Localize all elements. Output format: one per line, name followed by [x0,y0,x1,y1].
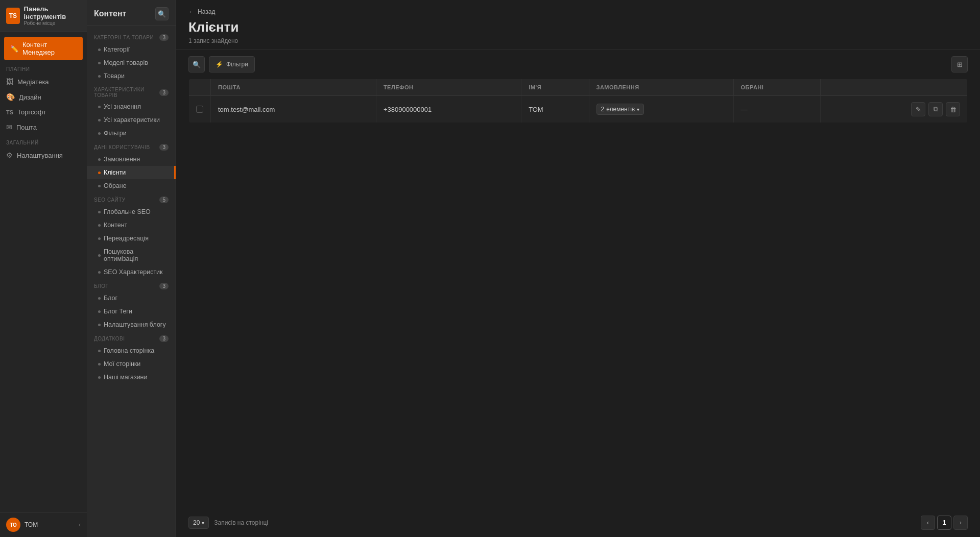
sidebar-footer: TO ТОМ ‹ [0,512,87,537]
sidebar-label-torgsof: Торгсофт [17,108,46,116]
col-orders: ЗАМОВЛЕННЯ [589,79,733,96]
sidebar-nav: ✏️ Контент Менеджер ПЛАГІНИ 🖼 Медіатека … [0,32,87,512]
tree-item-blog[interactable]: Блог [87,291,176,305]
table-container: ПОШТА ТЕЛЕФОН ІМ'Я ЗАМОВЛЕННЯ ОБРАНІ tom… [176,79,980,508]
dot-icon [98,119,101,121]
dot-icon [98,185,101,187]
tree-item-homepage[interactable]: Головна сторінка [87,344,176,357]
tree-item-clients[interactable]: Клієнти [87,166,176,179]
search-icon: 🔍 [158,10,166,18]
page-title: Клієнти [188,19,968,35]
tree-label-seo-chars: SEO Характеристик [104,268,163,276]
tree-item-categories[interactable]: Категорії [87,43,176,56]
tree-section-label-categories: КАТЕГОРІЇ ТА ТОВАРИ [94,35,154,40]
tree-item-product-models[interactable]: Моделі товарів [87,56,176,69]
tree-section-user-data: ДАНІ КОРИСТУВАЧІВ 3 [87,140,176,153]
sidebar-label-settings: Налаштування [17,152,63,159]
tree-item-blog-settings[interactable]: Налаштування блогу [87,318,176,331]
collapse-sidebar-button[interactable]: ‹ [79,521,81,528]
tree-label-clients: Клієнти [104,169,126,176]
tree-item-all-values[interactable]: Усі значення [87,100,176,113]
pencil-icon: ✎ [916,106,921,113]
toolbar-settings-button[interactable]: ⊞ [951,56,968,72]
orders-label: елементів [606,106,635,113]
tree-section-label-blog: БЛОГ [94,283,108,289]
tree-label-redirects: Переадресація [104,235,149,242]
user-avatar: TO [6,518,20,532]
tree-badge-additional: 3 [159,335,169,342]
content-tree: Контент 🔍 КАТЕГОРІЇ ТА ТОВАРИ 3 Категорі… [87,0,176,537]
tree-label-global-seo: Глобальне SEO [104,208,151,215]
dot-icon [98,48,101,51]
tree-item-our-shops[interactable]: Наші магазини [87,371,176,384]
col-checkbox [189,79,211,96]
tree-item-seo-content[interactable]: Контент [87,218,176,232]
row-actions: ✎ ⧉ 🗑 [820,96,967,123]
action-cell: ✎ ⧉ 🗑 [828,102,960,116]
row-phone: +380900000001 [376,96,521,123]
tree-item-seo-chars[interactable]: SEO Характеристик [87,265,176,279]
back-label: Назад [198,8,215,15]
tree-search-button[interactable]: 🔍 [155,7,169,20]
dot-icon [98,254,101,257]
tree-label-favorites: Обране [104,182,127,189]
filter-label: Фільтри [226,61,248,68]
edit-button[interactable]: ✎ [911,102,925,116]
sidebar-item-media[interactable]: 🖼 Медіатека [0,74,87,89]
prev-page-button[interactable]: ‹ [921,516,935,530]
back-arrow-icon: ← [188,8,195,15]
dot-icon-active [98,172,101,174]
design-icon: 🎨 [6,93,15,101]
main-content: ← Назад Клієнти 1 запис знайдено 🔍 ⚡ Філ… [176,0,980,537]
dot-icon [98,62,101,64]
per-page-value: 20 [193,519,200,526]
tree-item-blog-tags[interactable]: Блог Теги [87,305,176,318]
sidebar-item-torgsof[interactable]: TS Торгсофт [0,105,87,119]
sidebar-section-general: ЗАГАЛЬНИЙ [0,135,87,148]
tree-item-orders[interactable]: Замовлення [87,153,176,166]
col-name: ІМ'Я [521,79,589,96]
tree-item-products[interactable]: Товари [87,69,176,83]
content-tree-title: Контент [94,9,126,18]
orders-count: 2 [601,106,605,113]
tree-label-homepage: Головна сторінка [104,347,154,354]
tree-item-all-chars[interactable]: Усі характеристики [87,113,176,127]
sidebar-item-content-manager[interactable]: ✏️ Контент Менеджер [4,37,83,60]
tree-label-categories: Категорії [104,46,130,53]
next-page-button[interactable]: › [953,516,968,530]
back-link[interactable]: ← Назад [188,8,968,15]
mail-icon: ✉ [6,123,12,131]
sidebar-item-design[interactable]: 🎨 Дизайн [0,89,87,105]
copy-button[interactable]: ⧉ [928,102,943,116]
pagination-bar: 20 ▾ Записів на сторінці ‹ 1 › [176,508,980,537]
tree-item-filters[interactable]: Фільтри [87,127,176,140]
search-icon: 🔍 [193,61,201,68]
dot-icon [98,363,101,365]
chevron-down-icon: ▾ [637,107,639,112]
delete-button[interactable]: 🗑 [946,102,960,116]
tree-item-my-pages[interactable]: Мої сторінки [87,357,176,371]
tree-item-favorites[interactable]: Обране [87,179,176,192]
col-actions [820,79,967,96]
page-subtitle: 1 запис знайдено [188,37,968,44]
settings-icon: ⚙ [6,151,13,159]
per-page-select[interactable]: 20 ▾ [188,517,209,529]
prev-arrow-icon: ‹ [927,519,929,526]
table-header-row: ПОШТА ТЕЛЕФОН ІМ'Я ЗАМОВЛЕННЯ ОБРАНІ [189,79,968,96]
sidebar-item-settings[interactable]: ⚙ Налаштування [0,148,87,163]
user-name: ТОМ [25,521,75,528]
tree-label-orders: Замовлення [104,156,140,163]
table-search-button[interactable]: 🔍 [188,56,205,72]
sidebar-section-plugins: ПЛАГІНИ [0,61,87,74]
tree-item-global-seo[interactable]: Глобальне SEO [87,205,176,218]
tree-item-seo-optimization[interactable]: Пошукова оптимізація [87,245,176,265]
sidebar-item-mail[interactable]: ✉ Пошта [0,119,87,135]
row-email: tom.test@mail.com [211,96,376,123]
orders-badge-button[interactable]: 2 елементів ▾ [596,104,644,115]
clients-table: ПОШТА ТЕЛЕФОН ІМ'Я ЗАМОВЛЕННЯ ОБРАНІ tom… [188,79,968,123]
tree-badge-categories: 3 [159,34,169,41]
row-checkbox[interactable] [196,106,203,113]
tree-item-redirects[interactable]: Переадресація [87,232,176,245]
filter-button[interactable]: ⚡ Фільтри [209,56,255,72]
tree-section-label-characteristics: ХАРАКТЕРИСТИКИ ТОВАРІВ [94,87,159,98]
